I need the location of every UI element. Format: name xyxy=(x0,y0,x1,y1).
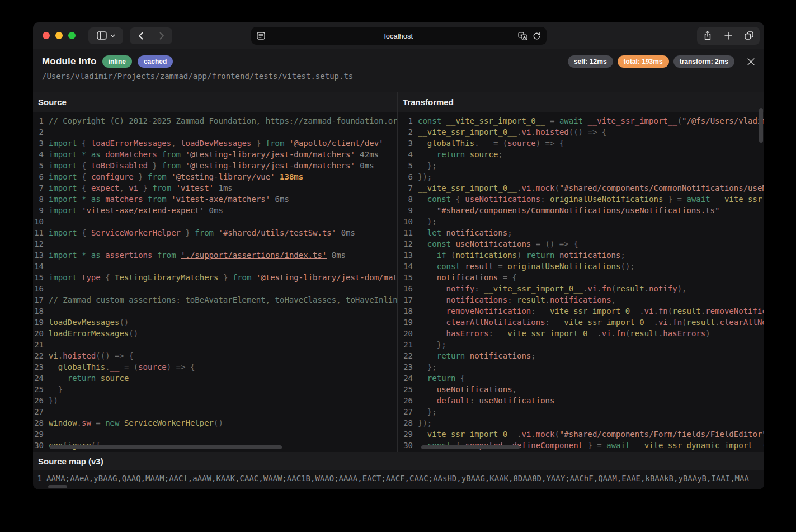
line-number: 28 xyxy=(398,417,418,429)
code-line: 28}); xyxy=(398,417,764,429)
back-button[interactable] xyxy=(130,27,151,44)
code-line: 27 }; xyxy=(398,406,764,417)
line-number: 22 xyxy=(398,350,418,361)
code-line: 8 const { useNotifications: originalUseN… xyxy=(398,194,764,205)
transformed-vertical-scrollbar[interactable] xyxy=(759,108,763,143)
line-number: 18 xyxy=(33,305,49,317)
inline-badge: inline xyxy=(102,55,132,68)
tab-overview-icon[interactable] xyxy=(739,31,760,40)
share-button[interactable] xyxy=(697,31,718,40)
code-line: 22vi.hoisted(() => { xyxy=(33,350,397,361)
code-line: 26}) xyxy=(33,395,397,406)
forward-button[interactable] xyxy=(151,27,172,44)
minimize-window-button[interactable] xyxy=(55,32,63,39)
sourcemap-mappings: AAMA;AAeA,yBAAG,QAAQ,MAAM;AACf,aAAW,KAAK… xyxy=(46,474,764,483)
new-tab-button[interactable] xyxy=(718,32,738,40)
line-number: 8 xyxy=(33,194,49,205)
line-number: 12 xyxy=(33,238,49,249)
total-time-badge: total: 193ms xyxy=(618,55,669,68)
sourcemap-horizontal-scrollbar[interactable] xyxy=(48,485,67,488)
code-line: 18 xyxy=(33,305,397,317)
line-number: 3 xyxy=(398,138,418,149)
line-number: 13 xyxy=(33,249,49,261)
line-number: 2 xyxy=(33,126,49,138)
line-number: 20 xyxy=(33,328,49,339)
line-number: 4 xyxy=(33,149,49,160)
line-number: 27 xyxy=(398,406,418,417)
line-number: 29 xyxy=(398,429,418,440)
code-line: 27 xyxy=(33,406,397,417)
code-line: 6import { configure } from '@testing-lib… xyxy=(33,171,397,182)
code-line: 20 hasErrors: __vite_ssr_import_0__.vi.f… xyxy=(398,328,764,339)
transformed-horizontal-scrollbar[interactable] xyxy=(421,445,520,449)
browser-toolbar: localhost xyxy=(33,22,764,49)
code-line: 25 } xyxy=(33,384,397,395)
code-line: 2 xyxy=(33,126,397,138)
line-number: 28 xyxy=(33,417,49,429)
line-number: 4 xyxy=(398,149,418,160)
code-line: 1// Copyright (C) 2012-2025 Zammad Found… xyxy=(33,115,397,126)
transformed-panel: Transformed 1const __vite_ssr_import_0__… xyxy=(398,92,764,452)
close-icon[interactable] xyxy=(747,58,755,66)
code-line: 21 xyxy=(33,339,397,350)
line-number: 2 xyxy=(398,126,418,138)
line-number: 6 xyxy=(33,171,49,182)
line-number: 9 xyxy=(33,205,49,216)
translate-icon[interactable] xyxy=(518,32,527,40)
code-line: 15import type { TestingLibraryMatchers }… xyxy=(33,272,397,283)
code-line: 14 const result = originalUseNotificatio… xyxy=(398,261,764,272)
code-line: 22 return notifications; xyxy=(398,350,764,361)
address-bar[interactable]: localhost xyxy=(251,27,547,45)
cached-badge: cached xyxy=(138,55,173,68)
line-number: 21 xyxy=(398,339,418,350)
transformed-panel-title: Transformed xyxy=(398,92,764,112)
line-number: 25 xyxy=(398,384,418,395)
sourcemap-line: 1 AAMA;AAeA,yBAAG,QAAQ,MAAM;AACf,aAAW,KA… xyxy=(33,471,764,486)
self-time-badge: self: 12ms xyxy=(568,55,613,68)
browser-window: localhost xyxy=(33,22,764,489)
source-code: 1// Copyright (C) 2012-2025 Zammad Found… xyxy=(33,112,397,451)
code-line: 5import { toBeDisabled } from '@testing-… xyxy=(33,160,397,171)
transform-time-badge: transform: 2ms xyxy=(673,55,734,68)
line-number: 3 xyxy=(33,138,49,149)
code-line: 10 ); xyxy=(398,216,764,227)
code-line: 16 xyxy=(33,283,397,294)
code-line: 29__vite_ssr_import_0__.vi.mock("#shared… xyxy=(398,429,764,440)
code-line: 15 notifications = { xyxy=(398,272,764,283)
line-number: 17 xyxy=(33,294,49,305)
code-line: 19 clearAllNotifications: __vite_ssr_imp… xyxy=(398,317,764,328)
code-line: 21 }; xyxy=(398,339,764,350)
line-number: 26 xyxy=(398,395,418,406)
code-line: 13 if (notifications) return notificatio… xyxy=(398,249,764,261)
code-line: 13import * as assertions from './support… xyxy=(33,249,397,261)
line-number: 16 xyxy=(398,283,418,294)
close-window-button[interactable] xyxy=(43,32,50,39)
line-number: 16 xyxy=(33,283,49,294)
code-line: 23 globalThis.__ = (source) => { xyxy=(33,361,397,373)
code-line: 9import 'vitest-axe/extend-expect' 0ms xyxy=(33,205,397,216)
line-number: 6 xyxy=(398,171,418,182)
code-line: 6}); xyxy=(398,171,764,182)
source-horizontal-scrollbar[interactable] xyxy=(50,445,282,449)
code-line: 7import { expect, vi } from 'vitest' 1ms xyxy=(33,182,397,194)
line-number: 15 xyxy=(33,272,49,283)
zoom-window-button[interactable] xyxy=(68,32,76,39)
code-line: 1const __vite_ssr_import_0__ = await __v… xyxy=(398,115,764,126)
code-line: 18 removeNotification: __vite_ssr_import… xyxy=(398,305,764,317)
line-number: 19 xyxy=(33,317,49,328)
code-line: 20loadErrorMessages() xyxy=(33,328,397,339)
code-line: 17 notifications: result.notifications, xyxy=(398,294,764,305)
code-line: 4import * as domMatchers from '@testing-… xyxy=(33,149,397,160)
line-number: 30 xyxy=(398,440,418,451)
code-line: 12 xyxy=(33,238,397,249)
module-link[interactable]: './support/assertions/index.ts' xyxy=(181,251,327,260)
line-number: 14 xyxy=(33,261,49,272)
line-number: 7 xyxy=(33,182,49,194)
line-number: 25 xyxy=(33,384,49,395)
sidebar-toggle-button[interactable] xyxy=(88,27,123,44)
line-number: 7 xyxy=(398,182,418,194)
code-line: 16 notify: __vite_ssr_import_0__.vi.fn(r… xyxy=(398,283,764,294)
code-line: 8import * as matchers from 'vitest-axe/m… xyxy=(33,194,397,205)
code-panels: Source 1// Copyright (C) 2012-2025 Zamma… xyxy=(33,92,764,452)
reload-icon[interactable] xyxy=(533,32,541,40)
